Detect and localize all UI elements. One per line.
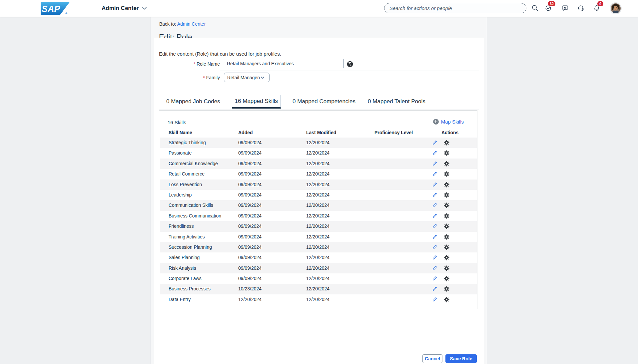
settings-gear-icon[interactable] [444,297,449,302]
chevron-down-icon [261,76,265,79]
settings-gear-icon[interactable] [444,161,449,167]
cancel-button[interactable]: Cancel [422,354,442,363]
settings-gear-icon[interactable] [444,265,449,271]
svg-text:SAP: SAP [42,4,61,14]
edit-pencil-icon[interactable] [432,161,437,167]
added-date-cell: 09/09/2024 [238,273,262,284]
screen: SAP ® Admin Center Search for actions or… [0,0,638,364]
column-last-modified: Last Modified [306,130,336,135]
edit-pencil-icon[interactable] [432,244,437,250]
save-role-button[interactable]: Save Role [445,354,477,363]
breadcrumb: Back to: Admin Center [159,21,206,27]
skills-table: 16 Skills Map Skills Skill Name Added La… [159,110,477,309]
edit-pencil-icon[interactable] [432,223,437,229]
edit-pencil-icon[interactable] [432,234,437,240]
edit-pencil-icon[interactable] [432,140,437,146]
settings-gear-icon[interactable] [444,255,449,260]
tab-strip-divider [159,110,479,110]
settings-gear-icon[interactable] [444,182,449,187]
table-row: Risk Analysis 09/09/2024 12/20/2024 [160,263,477,273]
column-added: Added [238,130,253,135]
settings-gear-icon[interactable] [444,213,449,219]
map-skills-label: Map Skills [441,119,464,125]
family-select-value: Retail Managen [224,75,260,80]
role-name-input[interactable] [224,59,344,68]
tab-0-mapped-job-codes[interactable]: 0 Mapped Job Codes [166,95,221,108]
table-row: Succession Planning 09/09/2024 12/20/202… [160,242,477,252]
edit-pencil-icon[interactable] [432,150,437,156]
map-skills-link[interactable]: Map Skills [433,119,464,125]
tab-0-mapped-talent-pools[interactable]: 0 Mapped Talent Pools [367,95,426,108]
family-select[interactable]: Retail Managen [224,73,270,82]
form-divider [220,71,479,71]
settings-gear-icon[interactable] [444,223,449,229]
module-picker-label: Admin Center [102,5,139,12]
todo-badge: 32 [548,1,555,6]
edit-pencil-icon[interactable] [432,213,437,219]
skill-name-cell: Leadership [169,190,192,200]
modified-date-cell: 12/20/2024 [306,232,329,242]
edit-pencil-icon[interactable] [432,202,437,208]
avatar[interactable] [610,2,622,14]
edit-pencil-icon[interactable] [432,255,437,260]
form-divider [220,83,479,83]
edit-pencil-icon[interactable] [432,192,437,198]
modified-date-cell: 12/20/2024 [306,159,329,169]
table-row: Strategic Thinking 09/09/2024 12/20/2024 [160,138,477,148]
skills-count: 16 Skills [168,120,186,125]
modified-date-cell: 12/20/2024 [306,242,329,252]
table-row: Commercial Knowledge 09/09/2024 12/20/20… [160,159,477,169]
family-label: *Family [154,75,220,80]
settings-gear-icon[interactable] [444,286,449,292]
logo-registered-mark: ® [65,12,67,15]
settings-gear-icon[interactable] [444,150,449,156]
table-header: Skill Name Added Last Modified Proficien… [159,129,477,138]
table-row: Leadership 09/09/2024 12/20/2024 [160,190,477,200]
table-row: Retail Commerce 09/09/2024 12/20/2024 [160,169,477,179]
globe-icon[interactable] [347,61,353,67]
back-to-admin-center-link[interactable]: Admin Center [177,21,206,27]
plus-circle-icon [433,119,439,125]
tab-16-mapped-skills[interactable]: 16 Mapped Skills [232,95,281,109]
modified-date-cell: 12/20/2024 [306,148,329,158]
modified-date-cell: 12/20/2024 [306,180,329,190]
search-icon[interactable] [531,4,539,12]
table-row: Data Entry 12/20/2024 12/20/2024 [160,294,477,305]
edit-pencil-icon[interactable] [432,265,437,271]
edit-pencil-icon[interactable] [432,171,437,177]
added-date-cell: 09/09/2024 [238,232,262,242]
table-row: Training Activities 09/09/2024 12/20/202… [160,232,477,242]
settings-gear-icon[interactable] [444,202,449,208]
skill-name-cell: Risk Analysis [169,263,196,273]
edit-role-panel: Edit the content (Role) that can be used… [154,38,484,364]
settings-gear-icon[interactable] [444,171,449,177]
added-date-cell: 09/09/2024 [238,180,262,190]
modified-date-cell: 12/20/2024 [306,284,329,294]
added-date-cell: 09/09/2024 [238,263,262,273]
notifications-badge: 9 [597,1,603,6]
skill-name-cell: Business Processes [169,284,211,294]
support-headset-icon[interactable] [577,4,585,12]
edit-pencil-icon[interactable] [432,182,437,187]
column-actions: Actions [441,130,458,135]
table-row: Business Communication 09/09/2024 12/20/… [160,211,477,221]
tab-0-mapped-competencies[interactable]: 0 Mapped Competencies [292,95,356,108]
module-picker[interactable]: Admin Center [102,0,147,17]
settings-gear-icon[interactable] [444,244,449,250]
search-input[interactable]: Search for actions or people [384,3,526,13]
search-placeholder: Search for actions or people [384,5,452,11]
skill-name-cell: Succession Planning [169,242,212,252]
added-date-cell: 09/09/2024 [238,252,262,263]
settings-gear-icon[interactable] [444,234,449,240]
edit-pencil-icon[interactable] [432,286,437,292]
added-date-cell: 09/09/2024 [238,169,262,179]
feedback-chat-icon[interactable] [561,4,569,12]
column-skill-name: Skill Name [169,130,192,135]
column-proficiency-level: Proficiency Level [374,130,413,135]
settings-gear-icon[interactable] [444,276,449,281]
edit-pencil-icon[interactable] [432,297,437,302]
edit-pencil-icon[interactable] [432,276,437,281]
settings-gear-icon[interactable] [444,140,449,146]
settings-gear-icon[interactable] [444,192,449,198]
topbar: SAP ® Admin Center Search for actions or… [0,0,638,17]
